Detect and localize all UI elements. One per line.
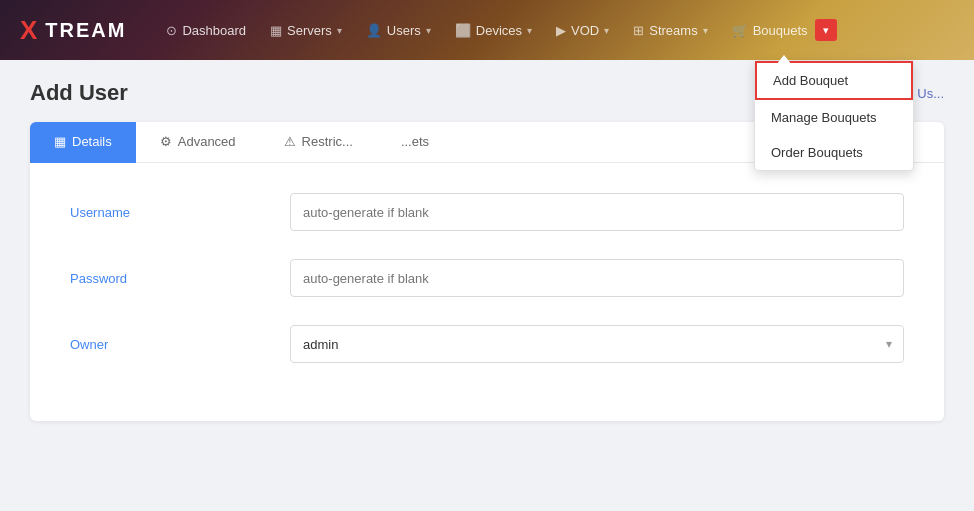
nav-label-users: Users xyxy=(387,23,421,38)
owner-row: Owner admin ▾ xyxy=(70,325,904,363)
owner-select-wrapper: admin ▾ xyxy=(290,325,904,363)
password-input[interactable] xyxy=(290,259,904,297)
tab-restrictions[interactable]: ⚠ Restric... xyxy=(260,122,377,163)
username-row: Username xyxy=(70,193,904,231)
nav-label-devices: Devices xyxy=(476,23,522,38)
nav-arrow-indicator xyxy=(776,55,792,65)
header: X TREAM ⊙ Dashboard ▦ Servers ▾ 👤 Users … xyxy=(0,0,974,60)
dashboard-icon: ⊙ xyxy=(166,23,177,38)
users-icon: 👤 xyxy=(366,23,382,38)
page-title: Add User xyxy=(30,80,128,106)
tab-details-label: Details xyxy=(72,134,112,149)
restrictions-tab-icon: ⚠ xyxy=(284,134,296,149)
logo-text: TREAM xyxy=(45,19,126,42)
form-content: Username Password Owner admin ▾ xyxy=(30,163,944,421)
tab-bouquets-label: ...ets xyxy=(401,134,429,149)
tab-bouquets[interactable]: ...ets xyxy=(377,122,453,163)
devices-icon: ⬜ xyxy=(455,23,471,38)
servers-icon: ▦ xyxy=(270,23,282,38)
nav-item-users[interactable]: 👤 Users ▾ xyxy=(356,17,441,44)
details-tab-icon: ▦ xyxy=(54,134,66,149)
username-input[interactable] xyxy=(290,193,904,231)
nav-item-bouquets[interactable]: 🛒 Bouquets ▾ xyxy=(722,13,847,47)
bouquets-icon: 🛒 xyxy=(732,23,748,38)
dropdown-item-order-bouquets[interactable]: Order Bouquets xyxy=(755,135,913,170)
devices-chevron: ▾ xyxy=(527,25,532,36)
nav-item-devices[interactable]: ⬜ Devices ▾ xyxy=(445,17,542,44)
nav-item-dashboard[interactable]: ⊙ Dashboard xyxy=(156,17,256,44)
tab-advanced-label: Advanced xyxy=(178,134,236,149)
bouquets-dropdown-menu: Add Bouquet Manage Bouquets Order Bouque… xyxy=(754,60,914,171)
username-label: Username xyxy=(70,205,290,220)
nav-item-vod[interactable]: ▶ VOD ▾ xyxy=(546,17,619,44)
nav-label-vod: VOD xyxy=(571,23,599,38)
streams-icon: ⊞ xyxy=(633,23,644,38)
owner-select[interactable]: admin xyxy=(290,325,904,363)
vod-icon: ▶ xyxy=(556,23,566,38)
nav-label-streams: Streams xyxy=(649,23,697,38)
tab-advanced[interactable]: ⚙ Advanced xyxy=(136,122,260,163)
tab-details[interactable]: ▦ Details xyxy=(30,122,136,163)
nav-label-servers: Servers xyxy=(287,23,332,38)
owner-label: Owner xyxy=(70,337,290,352)
dropdown-item-add-bouquet[interactable]: Add Bouquet xyxy=(755,61,913,100)
nav-item-streams[interactable]: ⊞ Streams ▾ xyxy=(623,17,717,44)
users-chevron: ▾ xyxy=(426,25,431,36)
nav-label-dashboard: Dashboard xyxy=(182,23,246,38)
tab-restrictions-label: Restric... xyxy=(302,134,353,149)
password-label: Password xyxy=(70,271,290,286)
password-row: Password xyxy=(70,259,904,297)
dropdown-item-manage-bouquets[interactable]: Manage Bouquets xyxy=(755,100,913,135)
logo[interactable]: X TREAM xyxy=(20,15,126,46)
bouquets-dropdown-button[interactable]: ▾ xyxy=(815,19,837,41)
logo-x: X xyxy=(20,15,39,46)
streams-chevron: ▾ xyxy=(703,25,708,36)
nav-label-bouquets: Bouquets xyxy=(753,23,808,38)
vod-chevron: ▾ xyxy=(604,25,609,36)
nav-item-servers[interactable]: ▦ Servers ▾ xyxy=(260,17,352,44)
main-nav: ⊙ Dashboard ▦ Servers ▾ 👤 Users ▾ ⬜ Devi… xyxy=(156,13,954,47)
advanced-tab-icon: ⚙ xyxy=(160,134,172,149)
servers-chevron: ▾ xyxy=(337,25,342,36)
